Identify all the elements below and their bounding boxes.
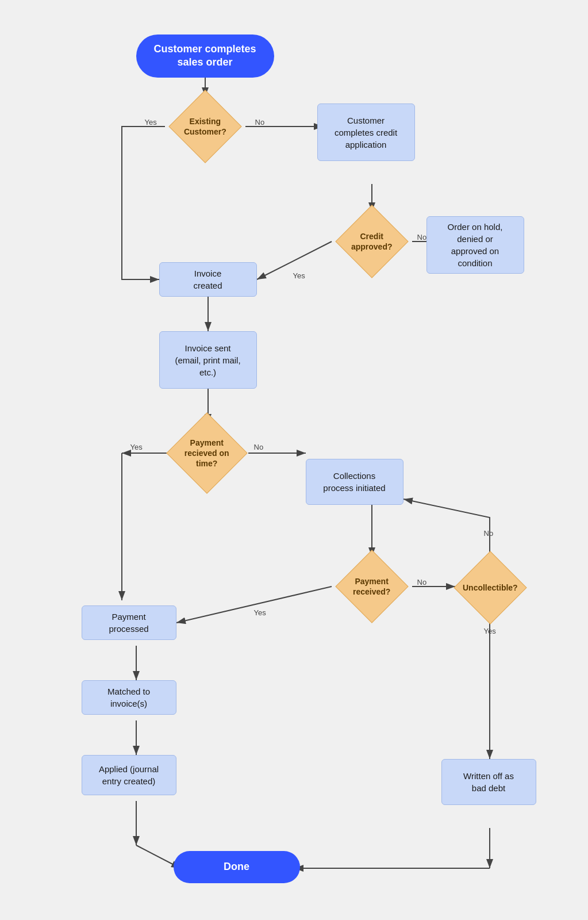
order-hold-node: Order on hold, denied or approved on con… <box>426 216 524 274</box>
label-no-uncollectible: No <box>484 529 494 538</box>
matched-node: Matched to invoice(s) <box>82 680 176 715</box>
label-yes-payment-time: Yes <box>130 443 143 451</box>
label-yes-uncollectible: Yes <box>484 627 496 635</box>
applied-node: Applied (journal entry created) <box>82 755 176 795</box>
credit-app-node: Customer completes credit application <box>317 103 415 161</box>
start-node: Customer completes sales order <box>136 34 274 78</box>
svg-line-13 <box>176 586 332 623</box>
label-no-credit: No <box>417 233 427 241</box>
label-yes-credit: Yes <box>293 271 305 280</box>
payment-on-time-diamond: Payment recieved on time? <box>167 423 247 483</box>
label-yes-payment-received: Yes <box>254 608 266 617</box>
credit-approved-diamond: Credit approved? <box>335 212 409 271</box>
done-node: Done <box>174 851 300 883</box>
label-no-payment-received: No <box>417 578 427 586</box>
invoice-sent-node: Invoice sent (email, print mail, etc.) <box>159 331 257 389</box>
written-off-node: Written off as bad debt <box>441 759 536 805</box>
label-no-payment-time: No <box>254 443 264 451</box>
label-no-existing: No <box>255 118 265 126</box>
existing-customer-diamond: Existing Customer? <box>165 97 245 156</box>
uncollectible-diamond: Uncollectible? <box>453 558 528 618</box>
invoice-created-node: Invoice created <box>159 262 257 297</box>
payment-received-diamond: Payment received? <box>335 557 409 616</box>
label-yes-existing: Yes <box>145 118 157 126</box>
payment-processed-node: Payment processed <box>82 605 176 640</box>
flowchart-diagram: Customer completes sales order Existing … <box>47 12 541 908</box>
collections-node: Collections process initiated <box>306 459 403 505</box>
